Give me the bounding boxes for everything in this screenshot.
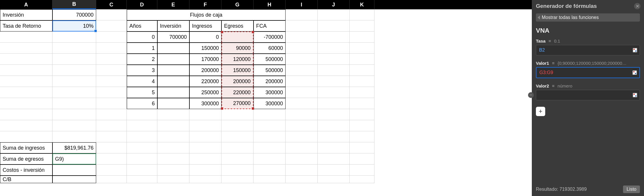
cell-A13[interactable]: Suma de ingresos [0, 142, 52, 153]
cell-K4[interactable] [350, 43, 374, 54]
cell-C7[interactable] [96, 76, 127, 87]
done-button[interactable]: Listo [623, 186, 640, 193]
cell-F16[interactable] [189, 176, 221, 183]
cell-J8[interactable] [318, 87, 350, 98]
cell-G4[interactable]: 90000 [221, 43, 254, 54]
cell-F14[interactable] [189, 153, 221, 164]
cell-B11[interactable] [52, 120, 96, 131]
cell-B6[interactable] [52, 65, 96, 76]
cell-E7[interactable] [157, 76, 189, 87]
cell-J1[interactable] [318, 9, 350, 20]
cell-K10[interactable] [350, 109, 374, 120]
cell-A3[interactable] [0, 32, 52, 43]
arg-valor1-input[interactable] [539, 70, 632, 76]
cell-K11[interactable] [350, 120, 374, 131]
cell-F5[interactable]: 170000 [189, 54, 221, 65]
cell-C16[interactable] [96, 176, 127, 183]
cell-K3[interactable] [350, 32, 374, 43]
cell-I6[interactable] [286, 65, 318, 76]
col-header-B[interactable]: B [52, 0, 96, 9]
cell-A14[interactable]: Suma de egresos [0, 153, 52, 164]
cell-D5[interactable]: 2 [127, 54, 157, 65]
cell-I2[interactable] [286, 20, 318, 32]
cell-D10[interactable] [127, 109, 157, 120]
cell-B14[interactable]: G9) [52, 153, 96, 164]
cell-I1[interactable] [286, 9, 318, 20]
cell-J9[interactable] [318, 98, 350, 109]
cell-H4[interactable]: 60000 [254, 43, 286, 54]
cell-J15[interactable] [318, 164, 350, 176]
cell-I9[interactable] [286, 98, 318, 109]
cell-C15[interactable] [96, 164, 127, 176]
cell-C6[interactable] [96, 65, 127, 76]
cell-E13[interactable] [157, 142, 189, 153]
cell-B1[interactable]: 700000 [52, 9, 96, 20]
col-header-G[interactable]: G [221, 0, 254, 9]
cell-E9[interactable] [157, 98, 189, 109]
cell-C12[interactable] [96, 131, 127, 142]
cell-E11[interactable] [157, 120, 189, 131]
range-picker-icon[interactable] [633, 93, 637, 97]
cell-A11[interactable] [0, 120, 52, 131]
cell-F13[interactable] [189, 142, 221, 153]
cell-G14[interactable] [221, 153, 254, 164]
remove-arg-icon[interactable]: − [528, 92, 534, 98]
cell-E16[interactable] [157, 176, 189, 183]
cell-I16[interactable] [286, 176, 318, 183]
cell-K2[interactable] [350, 20, 374, 32]
cell-E15[interactable] [157, 164, 189, 176]
cell-G10[interactable] [221, 109, 254, 120]
cell-E12[interactable] [157, 131, 189, 142]
arg-tasa-input[interactable] [539, 47, 633, 53]
cell-F9[interactable]: 300000 [189, 98, 221, 109]
cell-K8[interactable] [350, 87, 374, 98]
cell-G11[interactable] [221, 120, 254, 131]
cell-F12[interactable] [189, 131, 221, 142]
cell-F7[interactable]: 220000 [189, 76, 221, 87]
cell-J7[interactable] [318, 76, 350, 87]
cell-A6[interactable] [0, 65, 52, 76]
cell-F3[interactable]: 0 [189, 32, 221, 43]
cell-G8[interactable]: 220000 [221, 87, 254, 98]
cell-G3[interactable] [221, 32, 254, 43]
arg-tasa-field[interactable] [536, 45, 640, 55]
cell-I15[interactable] [286, 164, 318, 176]
cell-D1H1-merged[interactable]: Flujos de caja [127, 9, 286, 20]
cell-K12[interactable] [350, 131, 374, 142]
cell-B12[interactable] [52, 131, 96, 142]
cell-E2[interactable]: Inversión [157, 20, 189, 32]
cell-D15[interactable] [127, 164, 157, 176]
cell-F2[interactable]: Ingresos [189, 20, 221, 32]
cell-I5[interactable] [286, 54, 318, 65]
cell-F4[interactable]: 150000 [189, 43, 221, 54]
cell-C13[interactable] [96, 142, 127, 153]
cell-D4[interactable]: 1 [127, 43, 157, 54]
cell-C14[interactable] [96, 153, 127, 164]
cell-K14[interactable] [350, 153, 374, 164]
cell-I7[interactable] [286, 76, 318, 87]
col-header-K[interactable]: K [350, 0, 374, 9]
cell-J3[interactable] [318, 32, 350, 43]
cell-F15[interactable] [189, 164, 221, 176]
cell-G5[interactable]: 120000 [221, 54, 254, 65]
cell-A5[interactable] [0, 54, 52, 65]
cell-D6[interactable]: 3 [127, 65, 157, 76]
cell-K5[interactable] [350, 54, 374, 65]
cell-G15[interactable] [221, 164, 254, 176]
col-header-D[interactable]: D [127, 0, 157, 9]
cell-B3[interactable] [52, 32, 96, 43]
cell-J12[interactable] [318, 131, 350, 142]
cell-B13[interactable]: $819,961.76 [52, 142, 96, 153]
cell-K7[interactable] [350, 76, 374, 87]
cell-A12[interactable] [0, 131, 52, 142]
cell-B2[interactable]: 10% [52, 20, 96, 32]
cell-A9[interactable] [0, 98, 52, 109]
cell-J16[interactable] [318, 176, 350, 183]
cell-H7[interactable]: 200000 [254, 76, 286, 87]
col-header-A[interactable]: A [0, 0, 52, 9]
cell-J2[interactable] [318, 20, 350, 32]
cell-C10[interactable] [96, 109, 127, 120]
cell-I14[interactable] [286, 153, 318, 164]
cell-C4[interactable] [96, 43, 127, 54]
cell-E5[interactable] [157, 54, 189, 65]
